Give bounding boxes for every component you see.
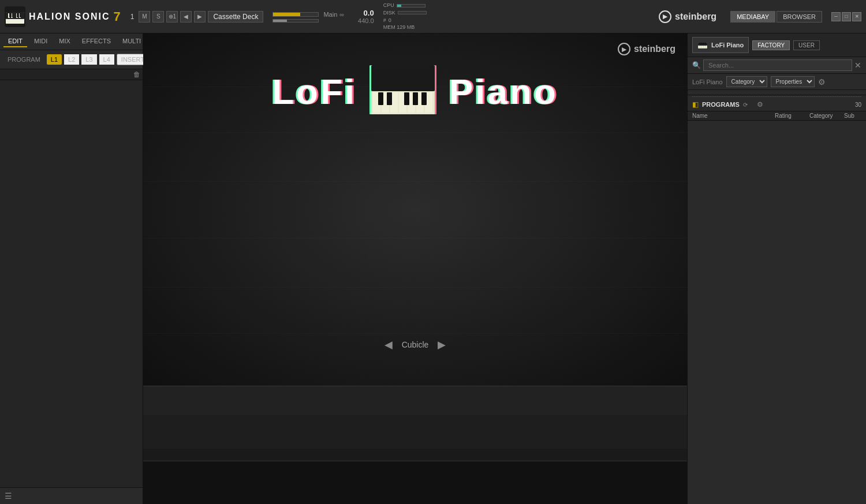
slot-indicator[interactable]: S bbox=[152, 11, 164, 23]
tag-row bbox=[688, 90, 866, 95]
instrument-title: LoFi bbox=[143, 62, 687, 120]
instrument-display: ▶ steinberg LoFi bbox=[143, 33, 687, 386]
transport-controls: 1 M S ⊕1 ◀ ▶ Cassette Deck bbox=[130, 11, 264, 23]
mediabay-tab[interactable]: MEDIABAY bbox=[730, 11, 775, 23]
svg-rect-10 bbox=[20, 12, 22, 17]
col-headers: Name Rating Category Sub bbox=[688, 111, 866, 121]
infinity-symbol: ∞ bbox=[339, 11, 344, 18]
svg-rect-28 bbox=[698, 43, 707, 46]
svg-rect-9 bbox=[17, 12, 19, 17]
title-right: Piano bbox=[449, 71, 558, 112]
search-icon: 🔍 bbox=[692, 61, 701, 69]
pitch-value: 440.0 bbox=[358, 17, 374, 24]
nav-row: ◀ Cubicle ▶ bbox=[143, 338, 687, 351]
midi-tab[interactable]: MIDI bbox=[29, 36, 52, 47]
programs-count: 30 bbox=[855, 102, 861, 108]
track-num-display: 1 bbox=[130, 13, 135, 21]
preset-name: Cubicle bbox=[402, 340, 429, 349]
bpm-value: 0.0 bbox=[364, 9, 374, 17]
instrument-watermark: ▶ steinberg bbox=[618, 43, 675, 55]
col-sub-header: Sub bbox=[844, 113, 861, 119]
filter-settings-btn[interactable]: ⚙ bbox=[818, 77, 826, 87]
l4-tab[interactable]: L4 bbox=[99, 54, 114, 65]
piano-logo-icon bbox=[5, 6, 25, 27]
voice-indicator[interactable]: ⊕1 bbox=[166, 11, 178, 23]
next-preset-btn[interactable]: ▶ bbox=[438, 338, 446, 351]
maximize-btn[interactable]: □ bbox=[842, 12, 851, 21]
multi-tab[interactable]: MULTI bbox=[118, 36, 145, 47]
title-left: LoFi bbox=[272, 71, 357, 112]
lofi-badge-text: LoFi Piano bbox=[711, 42, 744, 48]
mediabay-tabs: MEDIABAY BROWSER bbox=[730, 11, 822, 23]
svg-rect-33 bbox=[706, 46, 707, 48]
col-rating-header: Rating bbox=[775, 113, 809, 119]
svg-rect-29 bbox=[699, 46, 700, 48]
programs-settings-btn[interactable]: ⚙ bbox=[757, 100, 763, 109]
svg-rect-30 bbox=[700, 46, 701, 48]
chord-row bbox=[143, 386, 687, 415]
l1-tab[interactable]: L1 bbox=[47, 54, 62, 65]
col-category-header: Category bbox=[809, 113, 844, 119]
svg-rect-35 bbox=[701, 43, 703, 44]
user-btn[interactable]: USER bbox=[793, 40, 820, 50]
search-input[interactable] bbox=[703, 59, 852, 71]
dotted-separator bbox=[692, 96, 861, 97]
lofi-piano-filter-label: LoFi Piano bbox=[692, 79, 723, 85]
top-bar: HALION SONIC 7 1 M S ⊕1 ◀ ▶ Cassette Dec… bbox=[0, 0, 866, 33]
effects-tab[interactable]: EFFECTS bbox=[77, 36, 115, 47]
mix-tab[interactable]: MIX bbox=[54, 36, 75, 47]
list-view-btn[interactable]: ☰ bbox=[2, 490, 14, 502]
midi-indicator[interactable]: M bbox=[139, 11, 150, 23]
search-clear-btn[interactable]: ✕ bbox=[854, 61, 861, 70]
app-version: 7 bbox=[113, 9, 121, 24]
prev-preset-btn[interactable]: ◀ bbox=[385, 338, 393, 351]
watermark-circle-icon: ▶ bbox=[618, 43, 630, 55]
prev-btn[interactable]: ◀ bbox=[180, 11, 192, 23]
cassette-label: Cassette Deck bbox=[208, 11, 263, 23]
svg-rect-34 bbox=[700, 43, 701, 44]
svg-rect-7 bbox=[9, 12, 12, 17]
delete-track-btn[interactable]: 🗑 bbox=[133, 70, 140, 79]
piano-keys bbox=[143, 461, 687, 504]
properties-select[interactable]: Properties bbox=[771, 76, 815, 87]
lofi-badge: LoFi Piano bbox=[692, 37, 749, 53]
programs-label: PROGRAMS bbox=[702, 101, 740, 108]
svg-rect-21 bbox=[378, 92, 383, 105]
svg-rect-31 bbox=[702, 46, 703, 48]
track-rows bbox=[0, 278, 143, 487]
piano-center-icon bbox=[368, 62, 438, 120]
l2-tab[interactable]: L2 bbox=[64, 54, 79, 65]
program-tabs: PROGRAM L1 L2 L3 L4 INSERTS LoFi Piano ⋮… bbox=[0, 50, 143, 69]
col-name-header: Name bbox=[692, 113, 775, 119]
cpu-info: CPU DISK # 0 MEM 129 MB bbox=[383, 2, 427, 31]
right-panel-header: LoFi Piano FACTORY USER bbox=[688, 33, 866, 57]
l3-tab[interactable]: L3 bbox=[81, 54, 96, 65]
right-panel: LoFi Piano FACTORY USER 🔍 ✕ LoFi Piano C… bbox=[687, 33, 866, 504]
category-select[interactable]: Category bbox=[726, 76, 767, 87]
svg-rect-22 bbox=[387, 92, 392, 105]
browser-tab[interactable]: BROWSER bbox=[777, 11, 822, 23]
watermark-text: steinberg bbox=[634, 44, 675, 54]
programs-header: ◧ PROGRAMS ⟳ ⚙ 30 bbox=[688, 98, 866, 111]
svg-rect-8 bbox=[12, 12, 14, 17]
window-controls: ─ □ ✕ bbox=[831, 12, 861, 21]
edit-tab[interactable]: EDIT bbox=[3, 36, 27, 47]
program-label: PROGRAM bbox=[3, 54, 44, 65]
steinberg-logo: ▶ steinberg bbox=[659, 10, 716, 23]
left-panel: EDIT MIDI MIX EFFECTS MULTI OPTIONS PROG… bbox=[0, 33, 143, 504]
factory-btn[interactable]: FACTORY bbox=[752, 40, 790, 50]
steinberg-text: steinberg bbox=[675, 12, 716, 22]
main-content: EDIT MIDI MIX EFFECTS MULTI OPTIONS PROG… bbox=[0, 33, 866, 504]
close-btn[interactable]: ✕ bbox=[852, 12, 861, 21]
minimize-btn[interactable]: ─ bbox=[831, 12, 841, 21]
svg-rect-24 bbox=[413, 92, 418, 105]
program-list bbox=[688, 121, 866, 504]
filter-row: LoFi Piano Category Properties ⚙ bbox=[688, 74, 866, 90]
knob-row bbox=[143, 415, 687, 449]
steinberg-circle-icon: ▶ bbox=[659, 10, 671, 23]
center-panel: ▶ steinberg LoFi bbox=[143, 33, 687, 504]
svg-rect-32 bbox=[704, 46, 705, 48]
app-logo: HALION SONIC 7 bbox=[5, 6, 121, 27]
next-btn[interactable]: ▶ bbox=[194, 11, 206, 23]
edit-tab-row: EDIT MIDI MIX EFFECTS MULTI OPTIONS bbox=[0, 33, 143, 50]
